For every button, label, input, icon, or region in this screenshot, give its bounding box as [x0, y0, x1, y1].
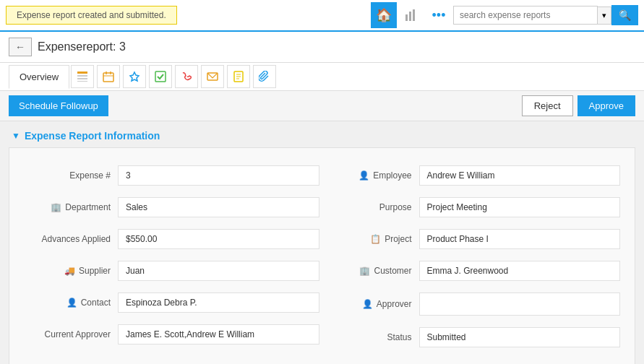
supplier-icon: 🚚	[64, 266, 75, 276]
label-advances: Advances Applied	[24, 234, 118, 244]
approver-icon: 👤	[362, 299, 373, 309]
form-right-column: 👤 Employee Andrew E William Purpose Proj…	[322, 160, 624, 353]
action-bar: Schedule Followup Reject Approve	[0, 91, 644, 121]
label-status: Status	[325, 332, 419, 342]
tab-overview[interactable]: Overview	[9, 65, 69, 89]
svg-rect-5	[77, 78, 87, 79]
value-purpose: Project Meeting	[419, 197, 621, 217]
tab-table[interactable]	[71, 65, 94, 88]
label-approver: 👤 Approver	[325, 299, 419, 309]
value-contact: Espinoza Debra P.	[118, 292, 319, 313]
svg-rect-3	[77, 72, 87, 74]
top-nav: Expense report created and submitted. 🏠 …	[0, 0, 644, 32]
tab-attachment[interactable]	[253, 65, 276, 88]
form-section: Expense # 3 🏢 Department Sales Advances …	[9, 147, 635, 364]
form-row-customer: 🏢 Customer Emma J. Greenwood	[322, 255, 624, 287]
tab-phone[interactable]	[175, 65, 198, 88]
tab-calendar[interactable]	[97, 65, 120, 88]
employee-icon: 👤	[359, 170, 369, 181]
chart-button[interactable]	[398, 2, 424, 28]
tab-bar: Overview	[0, 63, 644, 91]
value-current-approver: James E. Scott,Andrew E William	[118, 324, 319, 344]
nav-icons: 🏠 ••• ▾ 🔍	[371, 2, 638, 28]
value-customer: Emma J. Greenwood	[419, 261, 621, 281]
form-row-project: 📋 Project Product Phase I	[322, 223, 624, 255]
svg-rect-4	[77, 75, 87, 77]
svg-rect-7	[103, 73, 113, 82]
back-button[interactable]: ←	[9, 38, 32, 56]
tab-pin[interactable]	[123, 65, 146, 88]
label-department: 🏢 Department	[24, 202, 118, 212]
search-dropdown-button[interactable]: ▾	[598, 6, 611, 25]
label-expense-num: Expense #	[24, 170, 118, 181]
label-project: 📋 Project	[325, 234, 419, 244]
form-grid: Expense # 3 🏢 Department Sales Advances …	[21, 160, 623, 353]
form-row-current-approver: Current Approver James E. Scott,Andrew E…	[21, 318, 322, 350]
customer-icon: 🏢	[359, 266, 370, 276]
svg-rect-0	[405, 14, 408, 21]
reject-button[interactable]: Reject	[522, 95, 573, 116]
breadcrumb-row: ← Expensereport: 3	[0, 32, 644, 63]
value-employee: Andrew E William	[419, 165, 621, 186]
form-row-status: Status Submitted	[322, 321, 624, 353]
svg-rect-12	[155, 72, 166, 82]
form-row-advances: Advances Applied $550.00	[21, 223, 322, 255]
schedule-followup-button[interactable]: Schedule Followup	[9, 95, 108, 116]
svg-rect-2	[413, 9, 415, 21]
label-customer: 🏢 Customer	[325, 266, 419, 276]
form-row-purpose: Purpose Project Meeting	[322, 191, 624, 223]
tab-note[interactable]	[227, 65, 250, 88]
home-button[interactable]: 🏠	[371, 2, 397, 28]
form-row-approver: 👤 Approver	[322, 287, 624, 321]
value-status: Submitted	[419, 327, 621, 347]
approve-button[interactable]: Approve	[578, 95, 635, 116]
label-current-approver: Current Approver	[24, 329, 118, 339]
label-employee: 👤 Employee	[325, 170, 419, 181]
form-row-expense-num: Expense # 3	[21, 160, 322, 191]
page-title: Expensereport: 3	[38, 40, 126, 53]
section-title: Expense Report Information	[25, 130, 160, 142]
section-header: ▼ Expense Report Information	[0, 121, 644, 147]
value-project: Product Phase I	[419, 229, 621, 249]
form-row-department: 🏢 Department Sales	[21, 191, 322, 223]
form-row-supplier: 🚚 Supplier Juan	[21, 255, 322, 287]
value-approver	[419, 292, 621, 316]
form-left-column: Expense # 3 🏢 Department Sales Advances …	[21, 160, 322, 353]
project-icon: 📋	[370, 234, 381, 244]
value-expense-num: 3	[118, 165, 319, 186]
value-supplier: Juan	[118, 261, 319, 281]
value-advances: $550.00	[118, 229, 319, 249]
label-contact: 👤 Contact	[24, 298, 118, 308]
department-icon: 🏢	[51, 202, 61, 212]
action-right: Reject Approve	[522, 95, 635, 116]
svg-rect-6	[77, 81, 87, 82]
search-input[interactable]	[453, 6, 598, 25]
more-button[interactable]: •••	[426, 2, 452, 28]
chevron-icon: ▼	[12, 131, 20, 141]
contact-icon: 👤	[66, 298, 77, 308]
search-button[interactable]: 🔍	[611, 5, 638, 25]
form-row-employee: 👤 Employee Andrew E William	[322, 160, 624, 191]
label-purpose: Purpose	[325, 202, 419, 212]
svg-marker-11	[130, 72, 139, 81]
label-supplier: 🚚 Supplier	[24, 266, 118, 276]
value-department: Sales	[118, 197, 319, 217]
notification-banner: Expense report created and submitted.	[6, 6, 177, 25]
search-container: ▾ 🔍	[453, 5, 638, 25]
svg-rect-1	[409, 12, 411, 21]
tab-check[interactable]	[149, 65, 172, 88]
tab-email[interactable]	[201, 65, 224, 88]
form-row-contact: 👤 Contact Espinoza Debra P.	[21, 287, 322, 318]
